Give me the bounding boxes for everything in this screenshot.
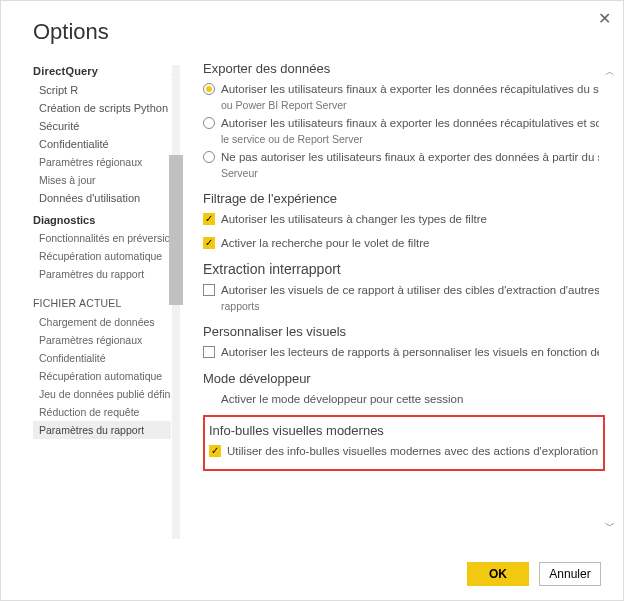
close-icon[interactable]: ✕ (598, 9, 611, 28)
sidebar: DirectQuery ︿ Script R Création de scrip… (33, 59, 183, 539)
dialog-title: Options (1, 1, 623, 59)
content-area: DirectQuery ︿ Script R Création de scrip… (1, 59, 623, 539)
option-label: Autoriser les utilisateurs à changer les… (221, 212, 599, 228)
section-directquery: DirectQuery (33, 65, 171, 77)
option-sublabel: Serveur (221, 167, 258, 179)
chevron-up-icon[interactable]: ︿ (603, 65, 617, 79)
sidebar-item-python[interactable]: Création de scripts Python (33, 99, 171, 117)
section-devmode: Mode développeur (203, 371, 599, 386)
sidebar-item-regional-f[interactable]: Paramètres régionaux (33, 331, 171, 349)
sidebar-item-usage[interactable]: Données d'utilisation (33, 189, 171, 207)
sidebar-item-preview[interactable]: Fonctionnalités en préversion (33, 229, 171, 247)
section-crossreport: Extraction interrapport (203, 261, 599, 277)
main-scrollbar[interactable]: ︿ ﹀ (603, 65, 617, 533)
option-sublabel: ou Power BI Report Server (221, 99, 346, 111)
sidebar-item-regional[interactable]: Paramètres régionaux (33, 153, 171, 171)
chevron-down-icon[interactable]: ﹀ (603, 519, 617, 533)
section-modern-tooltips: Info-bulles visuelles modernes (209, 423, 599, 438)
sidebar-item-autorecover-g[interactable]: Récupération automatique (33, 247, 171, 265)
sidebar-item-script-r[interactable]: Script R (33, 81, 171, 99)
option-label: Activer le mode développeur pour cette s… (221, 392, 599, 408)
option-sublabel: rapports (221, 300, 260, 312)
option-label: Autoriser les visuels de ce rapport à ut… (221, 284, 599, 296)
cross-option-1[interactable]: Autoriser les visuels de ce rapport à ut… (203, 283, 599, 314)
dev-option-1: Activer le mode développeur pour cette s… (203, 392, 599, 408)
option-label: Autoriser les lecteurs de rapports à per… (221, 345, 599, 361)
filter-option-1[interactable]: Autoriser les utilisateurs à changer les… (203, 212, 599, 228)
sidebar-item-autorecover-f[interactable]: Récupération automatique (33, 367, 171, 385)
option-label: Autoriser les utilisateurs finaux à expo… (221, 117, 599, 129)
sidebar-item-published-dataset[interactable]: Jeu de données publié défini… (33, 385, 171, 403)
ok-button[interactable]: OK (467, 562, 529, 586)
sidebar-item-privacy[interactable]: Confidentialité (33, 135, 171, 153)
option-label: Activer la recherche pour le volet de fi… (221, 236, 599, 252)
section-export: Exporter des données (203, 61, 599, 76)
checkbox-icon[interactable] (203, 284, 215, 296)
option-label: Utiliser des info-bulles visuelles moder… (227, 444, 599, 460)
section-current-file: FICHIER ACTUEL (33, 297, 171, 309)
sidebar-item-reportsettings-f[interactable]: Paramètres du rapport (33, 421, 171, 439)
option-label: Ne pas autoriser les utilisateurs finaux… (221, 151, 599, 163)
checkbox-icon[interactable] (203, 213, 215, 225)
sidebar-item-security[interactable]: Sécurité (33, 117, 171, 135)
export-option-3[interactable]: Ne pas autoriser les utilisateurs finaux… (203, 150, 599, 181)
checkbox-icon[interactable] (209, 445, 221, 457)
sidebar-item-privacy-f[interactable]: Confidentialité (33, 349, 171, 367)
checkbox-icon[interactable] (203, 237, 215, 249)
sidebar-scrollbar[interactable] (169, 65, 183, 539)
radio-icon[interactable] (203, 151, 215, 163)
radio-icon[interactable] (203, 117, 215, 129)
checkbox-icon[interactable] (203, 346, 215, 358)
radio-icon[interactable] (203, 83, 215, 95)
section-filter: Filtrage de l'expérience (203, 191, 599, 206)
option-label: Autoriser les utilisateurs finaux à expo… (221, 83, 599, 95)
filter-option-2[interactable]: Activer la recherche pour le volet de fi… (203, 236, 599, 252)
section-personalize: Personnaliser les visuels (203, 324, 599, 339)
sidebar-item-queryreduction[interactable]: Réduction de requête (33, 403, 171, 421)
perso-option-1[interactable]: Autoriser les lecteurs de rapports à per… (203, 345, 599, 361)
export-option-1[interactable]: Autoriser les utilisateurs finaux à expo… (203, 82, 599, 113)
sidebar-item-reportsettings-g[interactable]: Paramètres du rapport (33, 265, 171, 283)
section-diagnostics: Diagnostics (33, 211, 171, 229)
highlight-box: Info-bulles visuelles modernes Utiliser … (203, 415, 605, 471)
tooltip-option-1[interactable]: Utiliser des info-bulles visuelles moder… (209, 444, 599, 460)
dialog-footer: OK Annuler (467, 562, 601, 586)
sidebar-item-updates[interactable]: Mises à jour (33, 171, 171, 189)
export-option-2[interactable]: Autoriser les utilisateurs finaux à expo… (203, 116, 599, 147)
sidebar-item-dataload[interactable]: Chargement de données (33, 313, 171, 331)
cancel-button[interactable]: Annuler (539, 562, 601, 586)
main-panel: Exporter des données Autoriser les utili… (183, 59, 623, 539)
option-sublabel: le service ou de Report Server (221, 133, 363, 145)
